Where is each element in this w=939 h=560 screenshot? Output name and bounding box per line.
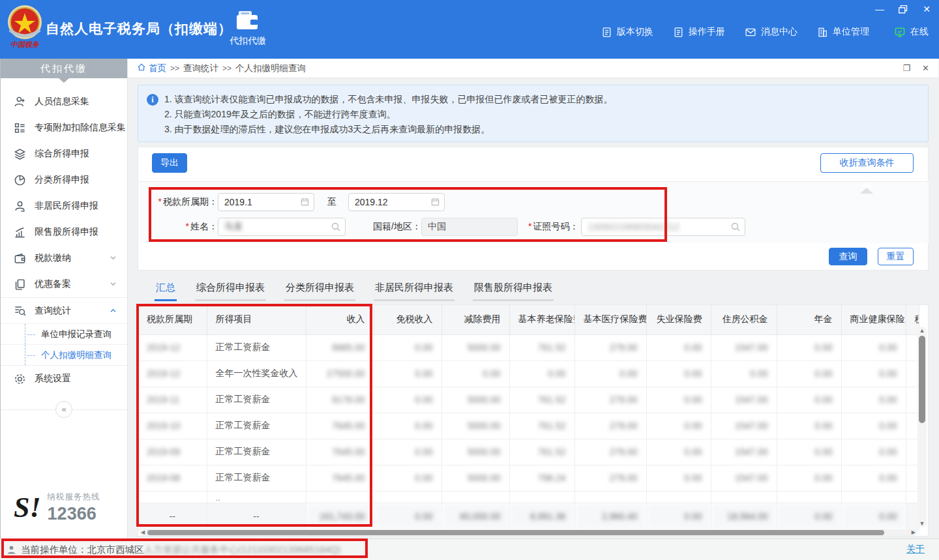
- close-icon[interactable]: ✕: [921, 4, 932, 14]
- person-icon: [14, 200, 26, 213]
- table-total-cell: 2,960.40: [574, 503, 646, 530]
- top-menu-操作手册[interactable]: 操作手册: [673, 26, 725, 38]
- table-row: 2019-10正常工资薪金7645.000.005000.00761.52279…: [138, 413, 919, 439]
- sidebar-item-税款缴纳[interactable]: 税款缴纳: [1, 245, 127, 271]
- period-from-input[interactable]: 2019.1: [218, 193, 314, 211]
- vertical-scrollbar[interactable]: ▲ ▼: [917, 327, 927, 527]
- table-cell: 0.00: [841, 465, 906, 491]
- scroll-left-icon[interactable]: ◀: [141, 529, 145, 536]
- collapse-filters-button[interactable]: 收折查询条件: [820, 153, 914, 173]
- calendar-icon[interactable]: [430, 197, 440, 209]
- tab-非居民所得申报表[interactable]: 非居民所得申报表: [374, 279, 455, 301]
- window-controls: — ✕: [874, 4, 932, 14]
- wallet-icon: [14, 252, 26, 265]
- horizontal-scroll-thumb[interactable]: [147, 530, 884, 535]
- restore-icon[interactable]: [897, 4, 909, 14]
- sidebar-item-优惠备案[interactable]: 优惠备案: [1, 271, 127, 297]
- column-header-商业健康保险: 商业健康保险: [841, 305, 906, 334]
- module-tab-daikou[interactable]: 代扣代缴: [225, 10, 271, 47]
- top-menu-版本切换[interactable]: 版本切换: [601, 26, 653, 38]
- top-menu-单位管理[interactable]: 单位管理: [817, 26, 869, 38]
- panel-maximize-icon[interactable]: ❐: [902, 63, 910, 73]
- content-tabbar: 首页>>查询统计>>个人扣缴明细查询 ❐ ✕: [128, 59, 938, 78]
- search-icon[interactable]: [331, 222, 341, 234]
- export-button[interactable]: 导出: [152, 153, 187, 173]
- breadcrumb-home[interactable]: 首页: [137, 63, 166, 74]
- hotline-label: 纳税服务热线: [48, 492, 100, 503]
- table-cell: 0.00: [777, 361, 841, 387]
- bar-chart-icon: [14, 226, 26, 239]
- caret-up: [861, 176, 872, 187]
- table-cell: 正常工资薪金: [207, 465, 306, 491]
- sidebar-item-查询统计[interactable]: 查询统计: [1, 297, 127, 323]
- table-total-cell: 0.00: [777, 503, 841, 530]
- name-label: *姓名：: [151, 221, 218, 233]
- table-row: 2019-09正常工资薪金7645.000.005000.00761.52279…: [138, 439, 919, 465]
- table-cell: 279.00: [574, 387, 646, 413]
- table-row: 2019-08正常工资薪金7645.000.005000.00798.24279…: [138, 465, 919, 491]
- sidebar-item-系统设置[interactable]: 系统设置: [1, 366, 127, 392]
- sidebar-item-限售股所得申报[interactable]: 限售股所得申报: [1, 219, 127, 245]
- minimize-icon[interactable]: —: [874, 4, 886, 14]
- sidebar-item-非居民所得申报[interactable]: 非居民所得申报: [1, 193, 127, 219]
- app-title: 自然人电子税务局（扣缴端）: [46, 20, 232, 38]
- table-cell: [906, 465, 919, 491]
- hotline-number: 12366: [48, 504, 100, 524]
- table-total-cell: 0.00: [374, 503, 441, 530]
- scroll-right-icon[interactable]: ▶: [912, 529, 916, 536]
- sidebar-subitem-个人扣缴明细查询[interactable]: 个人扣缴明细查询: [1, 344, 127, 365]
- sidebar-item-分类所得申报[interactable]: 分类所得申报: [1, 167, 127, 193]
- top-menu-消息中心[interactable]: 消息中心: [745, 26, 797, 38]
- table-cell: 0.00: [646, 334, 711, 361]
- sidebar-item-人员信息采集[interactable]: 人员信息采集: [1, 89, 127, 115]
- wallet-module-icon: [236, 21, 260, 32]
- tab-汇总[interactable]: 汇总: [155, 279, 177, 301]
- vertical-scroll-thumb[interactable]: [919, 336, 925, 423]
- breadcrumb-item[interactable]: 查询统计: [183, 63, 218, 74]
- table-row: 2019-11正常工资薪金9178.000.005000.00761.52279…: [138, 387, 919, 413]
- query-button[interactable]: 查询: [829, 248, 867, 265]
- id-number-label: *证照号码：: [528, 221, 578, 233]
- sidebar-submenu: 单位申报记录查询个人扣缴明细查询: [1, 323, 127, 366]
- online-status[interactable]: 在线: [894, 26, 929, 38]
- scroll-down-icon[interactable]: ▼: [917, 520, 927, 527]
- column-header-收入: 收入: [306, 305, 374, 334]
- calendar-icon[interactable]: [300, 197, 310, 209]
- horizontal-scrollbar[interactable]: ◀ ▶: [140, 529, 917, 536]
- table-total-cell: 8,991.36: [509, 503, 574, 530]
- sidebar-item-专项附加扣除信息采集[interactable]: 专项附加扣除信息采集: [1, 115, 127, 141]
- table-cell: 9178.00: [306, 387, 374, 413]
- tab-分类所得申报表[interactable]: 分类所得申报表: [284, 279, 355, 301]
- table-cell: [906, 439, 919, 465]
- sidebar-collapse-button[interactable]: «: [55, 401, 72, 418]
- sidebar-item-综合所得申报[interactable]: 综合所得申报: [1, 141, 127, 167]
- table-cell: 279.00: [574, 439, 646, 465]
- name-value: 马某: [224, 221, 243, 233]
- tab-综合所得申报表[interactable]: 综合所得申报表: [195, 279, 266, 301]
- period-to-input[interactable]: 2019.12: [348, 193, 445, 211]
- query-panel: 导出 收折查询条件 *税款所属期： 2019.1 至 2019.12: [138, 147, 929, 271]
- table-cell: [906, 334, 919, 361]
- result-table: 税款所属期所得项目收入免税收入减除费用基本养老保险费基本医疗保险费失业保险费住房…: [138, 305, 919, 531]
- table-cell: 798.24: [509, 465, 574, 491]
- name-input[interactable]: 马某: [218, 218, 346, 236]
- table-cell: 0.00: [777, 387, 841, 413]
- table-cell: 0.00: [374, 387, 441, 413]
- table-total-cell: 0.00: [841, 503, 906, 530]
- table-cell: 0.00: [374, 334, 441, 361]
- table-cell: 279.00: [574, 413, 646, 439]
- search-icon[interactable]: [730, 222, 741, 234]
- info-icon: i: [147, 94, 158, 106]
- about-link[interactable]: 关于: [906, 544, 925, 555]
- column-header-减除费用: 减除费用: [441, 305, 509, 334]
- scroll-up-icon[interactable]: ▲: [917, 327, 927, 334]
- sidebar-header: 代扣代缴: [1, 59, 127, 78]
- reset-button[interactable]: 重置: [878, 248, 914, 265]
- id-number-input[interactable]: 130502199903042212: [581, 218, 745, 236]
- panel-close-icon[interactable]: ✕: [922, 63, 929, 73]
- mail-icon: [745, 27, 756, 38]
- sidebar-subitem-单位申报记录查询[interactable]: 单位申报记录查询: [1, 323, 127, 344]
- table-cell: 2019-09: [138, 439, 207, 465]
- table-cell: 0.00: [574, 361, 646, 387]
- tab-限售股所得申报表[interactable]: 限售股所得申报表: [473, 279, 554, 301]
